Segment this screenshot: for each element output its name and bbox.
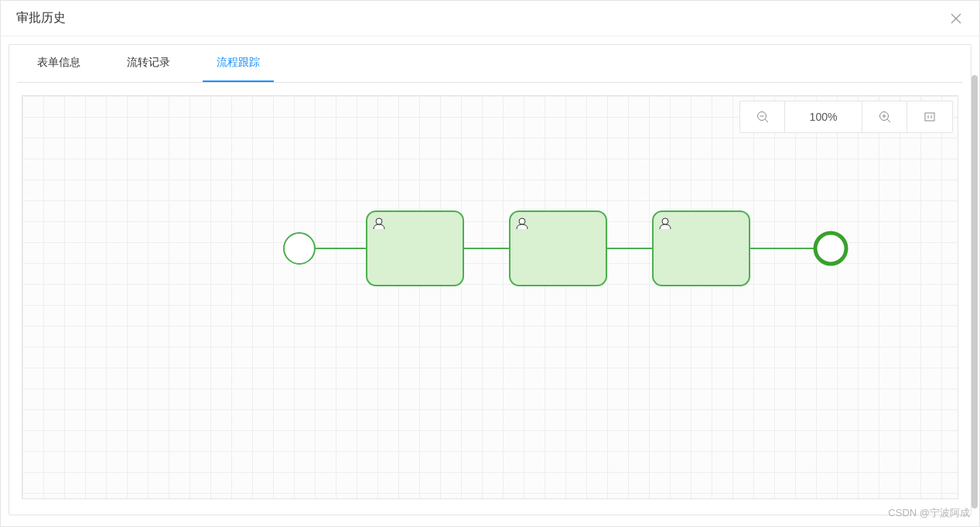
modal-header: 审批历史: [1, 1, 979, 36]
svg-point-15: [519, 218, 525, 224]
end-event[interactable]: [815, 233, 846, 264]
tab-process-track[interactable]: 流程跟踪: [203, 45, 274, 82]
tab-bar: 表单信息 流转记录 流程跟踪: [17, 45, 963, 83]
tab-form-info[interactable]: 表单信息: [23, 45, 94, 82]
content-wrapper: 表单信息 流转记录 流程跟踪 100%: [1, 36, 979, 523]
vertical-scrollbar[interactable]: [971, 75, 978, 508]
inner-panel: 表单信息 流转记录 流程跟踪 100%: [9, 44, 971, 515]
svg-point-17: [662, 218, 668, 224]
bpmn-diagram: [22, 96, 958, 498]
svg-point-13: [376, 218, 382, 224]
user-task-node[interactable]: [653, 211, 750, 286]
user-task-node[interactable]: [367, 211, 463, 286]
start-event[interactable]: [284, 233, 315, 264]
close-icon: [950, 12, 962, 25]
process-canvas[interactable]: 100%: [22, 95, 958, 499]
close-button[interactable]: [948, 11, 964, 26]
approval-history-modal: 审批历史 表单信息 流转记录 流程跟踪: [0, 0, 980, 527]
tab-flow-record[interactable]: 流转记录: [113, 45, 184, 82]
modal-title: 审批历史: [16, 10, 66, 26]
user-task-node[interactable]: [510, 211, 606, 286]
